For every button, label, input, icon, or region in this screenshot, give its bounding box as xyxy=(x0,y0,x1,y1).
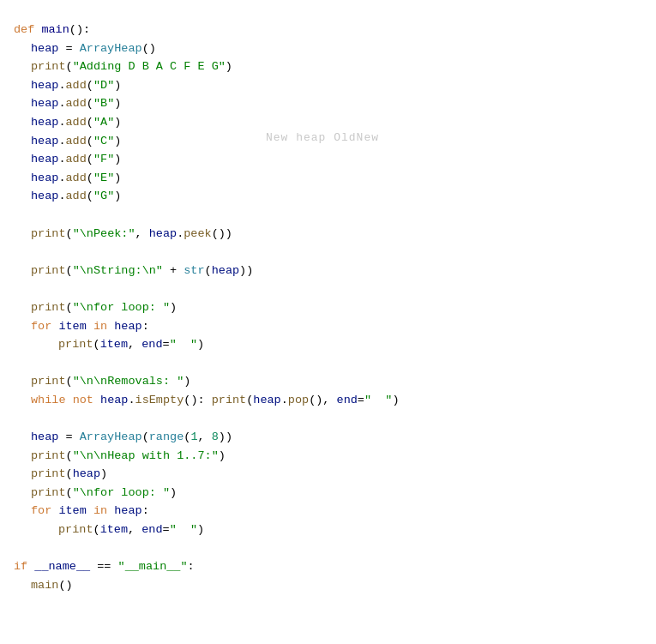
code-line: print("\nfor loop: ") xyxy=(0,484,656,503)
code-line xyxy=(0,539,656,558)
code-line: heap.add("A") xyxy=(0,113,656,132)
code-line: for item in heap: xyxy=(0,502,656,521)
code-line: print("\nfor loop: ") xyxy=(0,298,656,317)
code-line: heap.add("D") xyxy=(0,76,656,95)
code-line: heap.add("G") xyxy=(0,187,656,206)
code-line: print("\n\nHeap with 1..7:") xyxy=(0,447,656,466)
code-line: print(item, end=" ") xyxy=(0,335,656,354)
code-line xyxy=(0,206,656,225)
code-line: for item in heap: xyxy=(0,317,656,336)
code-line: heap.add("B") xyxy=(0,94,656,113)
code-line: while not heap.isEmpty(): print(heap.pop… xyxy=(0,391,656,410)
code-line: if __name__ == "__main__": xyxy=(0,557,656,576)
code-line: print("\nPeek:", heap.peek()) xyxy=(0,225,656,244)
code-line: main() xyxy=(0,576,656,595)
code-line xyxy=(0,409,656,428)
code-line: print("Adding D B A C F E G") xyxy=(0,57,656,76)
code-line: print("\nString:\n" + str(heap)) xyxy=(0,262,656,280)
code-line xyxy=(0,243,656,262)
code-line: print("\n\nRemovals: ") xyxy=(0,372,656,391)
code-line: print(heap) xyxy=(0,465,656,484)
code-line: heap = ArrayHeap() xyxy=(0,39,656,58)
code-line: heap.add("C") xyxy=(0,132,656,151)
code-line: def main(): xyxy=(0,21,656,39)
code-editor: New heap OldNew def main(): heap = Array… xyxy=(0,14,656,644)
code-line xyxy=(0,354,656,373)
code-line: heap.add("E") xyxy=(0,169,656,188)
code-line: heap.add("F") xyxy=(0,150,656,169)
code-line: print(item, end=" ") xyxy=(0,521,656,539)
code-line: heap = ArrayHeap(range(1, 8)) xyxy=(0,428,656,447)
code-line xyxy=(0,280,656,298)
